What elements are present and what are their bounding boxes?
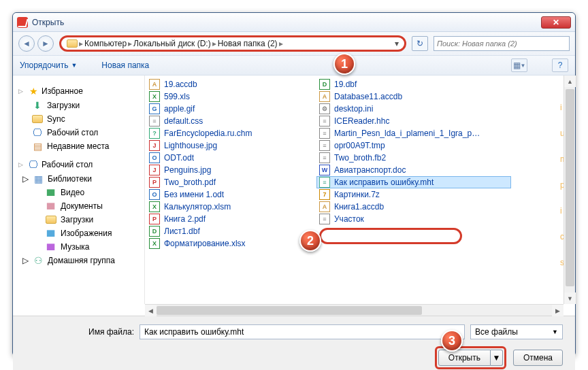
file-name: ODT.odt xyxy=(164,153,194,163)
views-button[interactable]: ▦ ▼ xyxy=(511,58,527,72)
file-icon: ≡ xyxy=(319,140,330,151)
search-box[interactable] xyxy=(434,36,570,51)
file-icon: P xyxy=(149,214,160,224)
address-bar[interactable]: ▸ Компьютер ▸ Локальный диск (D:) ▸ Нова… xyxy=(59,35,406,52)
file-name: Как исправить ошибку.mht xyxy=(334,178,434,187)
file-icon: 7 xyxy=(319,189,330,200)
file-item[interactable]: OODT.odt xyxy=(146,152,314,164)
sidebar-item-libraries[interactable]: ▷▦Библиотеки xyxy=(14,172,143,186)
sidebar-item-desktop[interactable]: 🖵Рабочий стол xyxy=(14,126,143,139)
file-item[interactable]: ≡Участок xyxy=(316,213,511,225)
file-item[interactable]: ⚙desktop.ini xyxy=(316,103,511,115)
crumb-disk[interactable]: Локальный диск (D:) xyxy=(133,39,211,48)
file-item[interactable]: A19.accdb xyxy=(146,78,314,90)
file-item[interactable]: D19.dbf xyxy=(316,78,511,90)
open-dropdown[interactable]: ▼ xyxy=(491,350,503,366)
scroll-thumb-h[interactable] xyxy=(157,306,422,315)
sidebar-item-video[interactable]: ⯀Видео xyxy=(14,186,143,199)
file-item[interactable]: JPenguins.jpg xyxy=(146,164,314,176)
address-dropdown[interactable]: ▾ xyxy=(395,39,399,48)
forward-button[interactable]: ► xyxy=(37,35,54,52)
help-button[interactable]: ? xyxy=(552,58,568,72)
open-button[interactable]: Открыть xyxy=(438,350,491,366)
file-item[interactable]: PTwo_broth.pdf xyxy=(146,176,314,188)
crumb-sep: ▸ xyxy=(79,39,83,48)
crumb-computer[interactable]: Компьютер xyxy=(84,39,127,48)
sidebar-item-sync[interactable]: Sync xyxy=(14,112,143,126)
file-item[interactable]: XКалькулятор.xlsm xyxy=(146,201,314,213)
cancel-button[interactable]: Отмена xyxy=(513,350,563,366)
filename-input[interactable] xyxy=(140,324,465,339)
new-folder-button[interactable]: Новая папка xyxy=(101,61,149,70)
file-item[interactable]: AКнига1.accdb xyxy=(316,201,511,213)
sidebar-item-downloads[interactable]: ⬇Загрузки xyxy=(14,99,143,112)
file-icon: O xyxy=(149,152,160,163)
file-icon: ≡ xyxy=(319,128,330,139)
sidebar-item-homegroup[interactable]: ▷⚇Домашняя группа xyxy=(14,254,143,267)
scroll-thumb-v[interactable] xyxy=(566,89,574,286)
file-item[interactable]: ≡ICEReader.hhc xyxy=(316,115,511,127)
file-icon: X xyxy=(149,238,160,249)
file-item[interactable]: ≡default.css xyxy=(146,115,314,127)
body: ▷★Избранное ⬇Загрузки Sync 🖵Рабочий стол… xyxy=(13,75,575,304)
footer: Имя файла: Все файлы▼ Открыть ▼ Отмена xyxy=(13,316,575,370)
file-icon: A xyxy=(319,91,330,102)
sidebar-item-recent[interactable]: ▤Недавние места xyxy=(14,139,143,153)
file-icon: ≡ xyxy=(319,177,330,188)
file-name: Two_broth.pdf xyxy=(164,178,216,187)
file-item[interactable]: Gapple.gif xyxy=(146,103,314,115)
file-name: Two_broth.fb2 xyxy=(334,153,386,163)
file-item[interactable]: ≡Как исправить ошибку.mht xyxy=(316,176,511,188)
file-item[interactable]: ≡Martin_Pesn_lda_i_plameni_1_Igra_p… xyxy=(316,127,511,139)
file-list[interactable]: A19.accdbX599.xlsGapple.gif≡default.css?… xyxy=(145,75,575,304)
scroll-left-arrow[interactable]: ◀ xyxy=(145,305,157,316)
scroll-right-arrow[interactable]: ▶ xyxy=(552,305,564,316)
refresh-button[interactable]: ↻ xyxy=(412,36,428,51)
file-name: apple.gif xyxy=(164,104,195,114)
scroll-up-arrow[interactable]: ▲ xyxy=(564,75,576,87)
file-item[interactable]: ?FarEncyclopedia.ru.chm xyxy=(146,127,314,139)
file-name: Martin_Pesn_lda_i_plameni_1_Igra_p… xyxy=(334,129,480,138)
desktop-header[interactable]: ▷🖵Рабочий стол xyxy=(14,157,143,172)
file-item[interactable]: DЛист1.dbf xyxy=(146,225,314,237)
titlebar: Открыть ✕ xyxy=(13,13,575,32)
filetype-filter[interactable]: Все файлы▼ xyxy=(470,324,563,339)
sidebar-item-documents[interactable]: ⯀Документы xyxy=(14,199,143,213)
file-icon: J xyxy=(149,165,160,175)
vertical-scrollbar[interactable]: ▲ ▼ xyxy=(564,75,575,304)
horizontal-scrollbar[interactable]: ◀ ▶ xyxy=(145,304,564,316)
file-item[interactable]: ADatabase11.accdb xyxy=(316,90,511,103)
file-item[interactable]: WАвиатранспорт.doc xyxy=(316,164,511,176)
file-name: Участок xyxy=(334,214,364,224)
file-item[interactable]: PКнига 2.pdf xyxy=(146,213,314,225)
callout-1: 1 xyxy=(333,53,355,75)
file-item[interactable]: OБез имени 1.odt xyxy=(146,188,314,201)
nav-row: ◄ ► ▸ Компьютер ▸ Локальный диск (D:) ▸ … xyxy=(13,32,575,55)
sidebar-item-pictures[interactable]: ⯀Изображения xyxy=(14,226,143,240)
file-item[interactable]: ≡Two_broth.fb2 xyxy=(316,152,511,164)
file-name: Авиатранспорт.doc xyxy=(334,165,406,175)
file-name: Форматирование.xlsx xyxy=(164,239,246,248)
file-item[interactable]: XФорматирование.xlsx xyxy=(146,237,314,250)
file-item[interactable]: ≡opr00A9T.tmp xyxy=(316,139,511,152)
file-icon: D xyxy=(319,79,330,90)
file-icon: ≡ xyxy=(319,116,330,127)
file-item[interactable]: 7Картинки.7z xyxy=(316,188,511,201)
file-name: Калькулятор.xlsm xyxy=(164,202,231,212)
file-item[interactable]: JLighthouse.jpg xyxy=(146,139,314,152)
file-icon: O xyxy=(149,189,160,200)
file-item[interactable]: X599.xls xyxy=(146,90,314,103)
sidebar-item-downloads2[interactable]: Загрузки xyxy=(14,213,143,226)
search-input[interactable] xyxy=(437,39,566,48)
file-name: Без имени 1.odt xyxy=(164,190,224,199)
favorites-header[interactable]: ▷★Избранное xyxy=(14,84,143,99)
folder-icon xyxy=(67,39,78,48)
toolbar: Упорядочить ▼ Новая папка ▦ ▼ ? xyxy=(13,55,575,75)
scroll-down-arrow[interactable]: ▼ xyxy=(564,292,576,304)
back-button[interactable]: ◄ xyxy=(18,35,35,52)
file-icon: ≡ xyxy=(319,152,330,163)
crumb-folder[interactable]: Новая папка (2) xyxy=(218,39,278,48)
sidebar-item-music[interactable]: ⯀Музыка xyxy=(14,240,143,254)
organize-menu[interactable]: Упорядочить ▼ xyxy=(20,61,77,70)
close-button[interactable]: ✕ xyxy=(541,16,571,29)
